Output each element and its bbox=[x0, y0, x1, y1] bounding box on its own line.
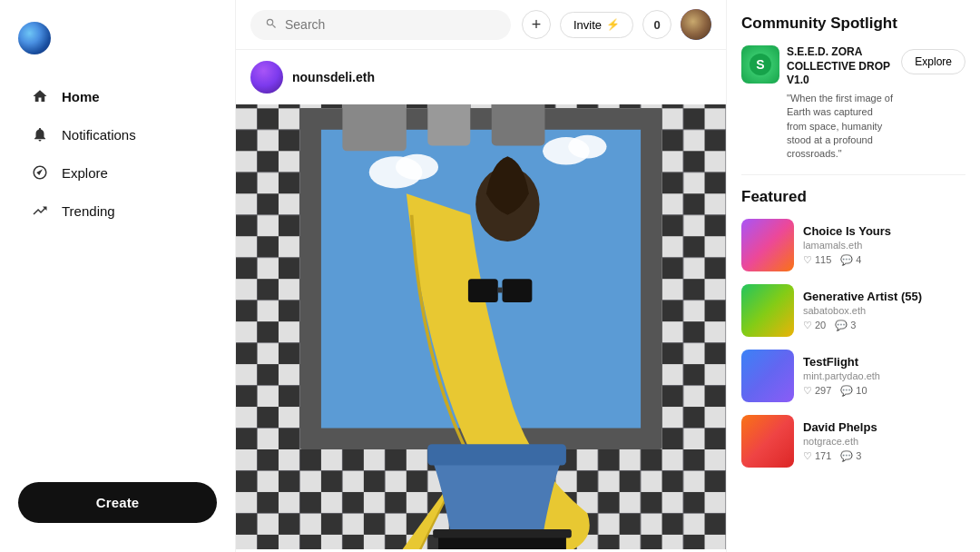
featured-item-title-2: TestFlight bbox=[803, 355, 965, 369]
spotlight-thumbnail: S bbox=[741, 45, 779, 84]
svg-rect-14 bbox=[468, 279, 498, 302]
featured-section: Featured Choice Is Yours lamamals.eth ♡ … bbox=[741, 188, 965, 468]
sidebar-item-notifications-label: Notifications bbox=[62, 127, 136, 143]
like-stat-3: ♡ 171 bbox=[803, 450, 831, 462]
like-stat-2: ♡ 297 bbox=[803, 385, 831, 397]
community-spotlight-title: Community Spotlight bbox=[741, 15, 965, 33]
heart-icon-2: ♡ bbox=[803, 385, 812, 397]
comment-stat-2: 💬 10 bbox=[840, 385, 867, 397]
sidebar: Home Notifications Explore Trending Crea… bbox=[0, 0, 236, 552]
featured-item-stats-3: ♡ 171 💬 3 bbox=[803, 450, 965, 462]
featured-item-author-0: lamamals.eth bbox=[803, 240, 965, 251]
post-author-avatar bbox=[250, 61, 283, 94]
featured-content-3: David Phelps notgrace.eth ♡ 171 💬 3 bbox=[803, 420, 965, 462]
invite-button[interactable]: Invite ⚡ bbox=[560, 12, 633, 38]
spotlight-card: S S.E.E.D. ZORA COLLECTIVE DROP V1.0 "Wh… bbox=[741, 45, 965, 162]
featured-item-title-0: Choice Is Yours bbox=[803, 224, 965, 238]
featured-content-0: Choice Is Yours lamamals.eth ♡ 115 💬 4 bbox=[803, 224, 965, 266]
header-actions: + Invite ⚡ 0 bbox=[522, 9, 711, 40]
featured-item-1[interactable]: Generative Artist (55) sabatobox.eth ♡ 2… bbox=[741, 284, 965, 337]
heart-icon-3: ♡ bbox=[803, 450, 812, 462]
notification-button[interactable]: 0 bbox=[642, 10, 671, 39]
svg-rect-7 bbox=[342, 104, 406, 151]
featured-thumb-2 bbox=[741, 350, 794, 402]
comment-stat-3: 💬 3 bbox=[840, 450, 861, 462]
trending-icon bbox=[31, 202, 49, 220]
post-header: nounsdeli.eth bbox=[236, 50, 726, 104]
community-spotlight-section: Community Spotlight S S.E.E.D. ZORA COLL… bbox=[741, 15, 965, 162]
like-count-1: 20 bbox=[815, 320, 826, 330]
sidebar-item-explore[interactable]: Explore bbox=[9, 154, 226, 191]
invite-lightning-icon: ⚡ bbox=[606, 18, 620, 31]
like-count-2: 297 bbox=[815, 385, 831, 396]
featured-thumb-1 bbox=[741, 284, 794, 337]
sidebar-item-explore-label: Explore bbox=[62, 165, 108, 181]
svg-rect-18 bbox=[427, 444, 566, 465]
comment-icon-1: 💬 bbox=[835, 320, 848, 331]
like-stat-0: ♡ 115 bbox=[803, 254, 831, 266]
artwork-svg bbox=[236, 104, 726, 549]
home-icon bbox=[31, 87, 49, 105]
svg-rect-20 bbox=[433, 529, 572, 537]
post-author-name: nounsdeli.eth bbox=[292, 70, 375, 84]
sidebar-item-trending[interactable]: Trending bbox=[9, 192, 226, 229]
featured-thumb-0 bbox=[741, 219, 794, 271]
comment-count-3: 3 bbox=[856, 450, 861, 461]
svg-point-11 bbox=[396, 154, 438, 180]
featured-item-author-3: notgrace.eth bbox=[803, 436, 965, 447]
svg-text:S: S bbox=[756, 57, 764, 72]
bell-icon bbox=[31, 125, 49, 143]
plus-button[interactable]: + bbox=[522, 10, 551, 39]
explore-button[interactable]: Explore bbox=[901, 49, 965, 74]
comment-count-0: 4 bbox=[856, 254, 861, 265]
featured-item-3[interactable]: David Phelps notgrace.eth ♡ 171 💬 3 bbox=[741, 415, 965, 468]
compass-icon bbox=[31, 163, 49, 182]
comment-icon-2: 💬 bbox=[840, 385, 853, 397]
search-input[interactable] bbox=[285, 17, 496, 32]
right-panel: Community Spotlight S S.E.E.D. ZORA COLL… bbox=[726, 0, 980, 552]
featured-item-author-2: mint.partydao.eth bbox=[803, 370, 965, 381]
like-count-3: 171 bbox=[815, 450, 831, 461]
featured-item-0[interactable]: Choice Is Yours lamamals.eth ♡ 115 💬 4 bbox=[741, 219, 965, 271]
comment-count-1: 3 bbox=[850, 320, 856, 330]
spotlight-content: S.E.E.D. ZORA COLLECTIVE DROP V1.0 "When… bbox=[787, 45, 894, 162]
featured-content-2: TestFlight mint.partydao.eth ♡ 297 💬 10 bbox=[803, 355, 965, 397]
spotlight-thumb-icon: S bbox=[747, 51, 774, 78]
notification-count: 0 bbox=[653, 18, 660, 32]
featured-thumb-3 bbox=[741, 415, 794, 468]
featured-item-stats-0: ♡ 115 💬 4 bbox=[803, 254, 965, 266]
search-bar[interactable] bbox=[250, 10, 511, 40]
sidebar-item-home[interactable]: Home bbox=[9, 78, 226, 114]
create-button[interactable]: Create bbox=[18, 482, 217, 523]
svg-rect-15 bbox=[502, 279, 532, 302]
sidebar-item-notifications[interactable]: Notifications bbox=[9, 116, 226, 153]
comment-icon-0: 💬 bbox=[840, 254, 853, 266]
logo-sphere bbox=[18, 22, 51, 54]
svg-point-13 bbox=[568, 135, 606, 159]
featured-item-2[interactable]: TestFlight mint.partydao.eth ♡ 297 💬 10 bbox=[741, 350, 965, 402]
spotlight-item-title: S.E.E.D. ZORA COLLECTIVE DROP V1.0 bbox=[787, 45, 894, 88]
divider-1 bbox=[741, 174, 965, 175]
featured-item-stats-2: ♡ 297 💬 10 bbox=[803, 385, 965, 397]
avatar[interactable] bbox=[681, 9, 711, 40]
like-stat-1: ♡ 20 bbox=[803, 320, 826, 331]
comment-icon-3: 💬 bbox=[840, 450, 853, 462]
comment-count-2: 10 bbox=[856, 385, 867, 396]
heart-icon-0: ♡ bbox=[803, 254, 812, 266]
featured-item-title-1: Generative Artist (55) bbox=[803, 290, 965, 303]
comment-stat-0: 💬 4 bbox=[840, 254, 861, 266]
svg-rect-8 bbox=[427, 104, 470, 145]
featured-item-author-1: sabatobox.eth bbox=[803, 305, 965, 316]
spotlight-item-desc: "When the first image of Earth was captu… bbox=[787, 92, 894, 162]
post-image bbox=[236, 104, 726, 549]
invite-label: Invite bbox=[573, 18, 602, 32]
heart-icon-1: ♡ bbox=[803, 320, 812, 331]
header: + Invite ⚡ 0 bbox=[236, 0, 726, 50]
comment-stat-1: 💬 3 bbox=[835, 320, 856, 331]
logo[interactable] bbox=[0, 15, 235, 76]
avatar-image bbox=[681, 9, 711, 40]
sidebar-item-home-label: Home bbox=[62, 89, 100, 104]
feed: nounsdeli.eth bbox=[236, 50, 726, 552]
sidebar-item-trending-label: Trending bbox=[62, 203, 115, 219]
featured-item-stats-1: ♡ 20 💬 3 bbox=[803, 320, 965, 331]
